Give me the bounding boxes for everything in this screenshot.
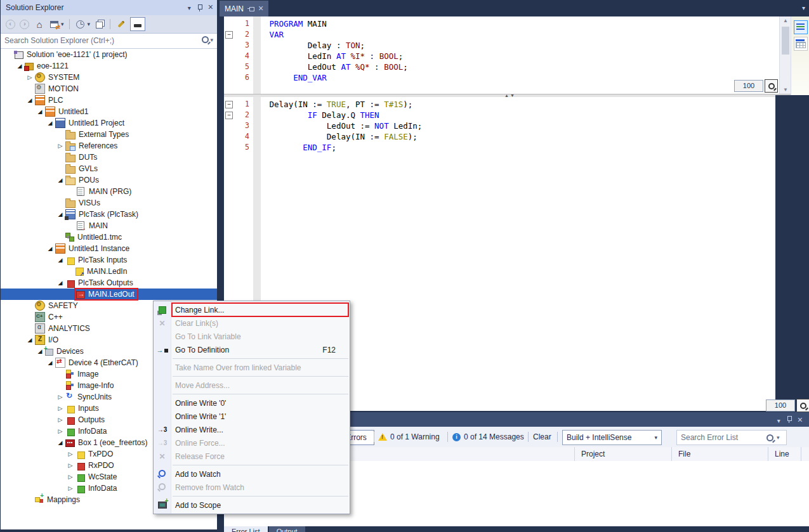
clear-button[interactable]: Clear xyxy=(533,430,551,444)
expander-expanded-icon[interactable] xyxy=(55,280,65,286)
column-header-line[interactable]: Line xyxy=(768,447,801,461)
expander-collapsed-icon[interactable] xyxy=(65,485,76,491)
tree-item-plctask-outputs[interactable]: PlcTask Outputs xyxy=(1,277,217,289)
tree-item-visus[interactable]: VISUs xyxy=(1,197,217,209)
preview-selected-items-toggle[interactable] xyxy=(130,17,145,31)
menu-item-add-to-scope[interactable]: Add to Scope xyxy=(154,498,350,512)
home-button[interactable] xyxy=(34,18,45,30)
expander-collapsed-icon[interactable] xyxy=(65,462,76,469)
search-icon[interactable] xyxy=(202,36,209,43)
expander-expanded-icon[interactable] xyxy=(55,177,65,183)
pin-icon[interactable] xyxy=(787,416,791,423)
table-view-icon[interactable] xyxy=(794,37,808,51)
tree-item-eoe-1121[interactable]: eoe-1121 xyxy=(1,60,217,72)
expander-collapsed-icon[interactable] xyxy=(55,405,65,412)
error-list-search[interactable]: ▾ xyxy=(676,430,787,445)
warnings-filter-button[interactable]: 0 of 1 Warning xyxy=(378,430,440,444)
bottom-tab-output[interactable]: Output xyxy=(269,526,305,532)
pending-filter-caret-icon[interactable]: ▾ xyxy=(88,21,91,27)
tree-item-pous[interactable]: POUs xyxy=(1,174,217,186)
tree-item-main-ledin[interactable]: MAIN.LedIn xyxy=(1,266,217,277)
error-search-input[interactable] xyxy=(680,432,763,443)
column-header-project[interactable]: Project xyxy=(574,447,671,461)
tree-item-untitled1-project[interactable]: Untitled1 Project xyxy=(1,117,217,129)
tree-item-external-types[interactable]: External Types xyxy=(1,129,217,140)
tree-item-duts[interactable]: DUTs xyxy=(1,152,217,163)
expander-collapsed-icon[interactable] xyxy=(55,417,65,423)
menu-item-add-to-watch[interactable]: Add to Watch xyxy=(154,467,350,481)
zoom-level-box[interactable]: 100 xyxy=(766,399,795,412)
forward-button[interactable] xyxy=(19,18,30,30)
fold-collapse-icon[interactable] xyxy=(225,31,233,39)
expander-collapsed-icon[interactable] xyxy=(55,143,65,149)
pin-icon[interactable] xyxy=(197,4,202,11)
expander-expanded-icon[interactable] xyxy=(55,257,65,263)
menu-item-online-write-1[interactable]: Online Write '1' xyxy=(154,410,350,423)
expander-expanded-icon[interactable] xyxy=(35,108,45,115)
scroll-up-icon[interactable]: ▲ xyxy=(780,18,791,23)
search-input[interactable] xyxy=(1,34,204,47)
tree-item-untitled1[interactable]: Untitled1 xyxy=(1,106,217,117)
fold-collapse-icon[interactable] xyxy=(225,112,233,119)
tab-main[interactable]: MAIN xyxy=(220,1,268,16)
tree-item-plc[interactable]: PLC xyxy=(1,94,217,106)
expander-expanded-icon[interactable] xyxy=(25,97,35,103)
sync-with-active-document-button[interactable] xyxy=(93,18,105,30)
expander-collapsed-icon[interactable] xyxy=(65,474,76,480)
expander-expanded-icon[interactable] xyxy=(45,120,55,126)
expander-expanded-icon[interactable] xyxy=(55,211,65,217)
tree-item-main-ledout[interactable]: MAIN.LedOut xyxy=(1,289,217,300)
scroll-down-icon[interactable]: ▼ xyxy=(780,87,791,93)
switch-views-button[interactable] xyxy=(48,18,60,30)
bottom-tab-error-list[interactable]: Error List xyxy=(224,526,268,532)
tree-item-plctask-plctask[interactable]: PlcTask (PlcTask) xyxy=(1,209,217,220)
tab-list-chevron-icon[interactable]: ▾ xyxy=(802,4,805,11)
close-icon[interactable] xyxy=(798,414,803,425)
tree-item-system[interactable]: SYSTEM xyxy=(1,72,217,83)
expander-collapsed-icon[interactable] xyxy=(65,451,76,457)
pending-changes-filter-button[interactable] xyxy=(75,18,86,30)
fold-collapse-icon[interactable] xyxy=(225,101,233,108)
expander-collapsed-icon[interactable] xyxy=(55,428,65,434)
menu-item-go-to-definition[interactable]: Go To DefinitionF12 xyxy=(154,343,350,356)
tree-item-plctask-inputs[interactable]: PlcTask Inputs xyxy=(1,254,217,266)
zoom-lens-button[interactable] xyxy=(765,79,778,93)
vertical-scrollbar[interactable]: ▲ ▼ xyxy=(779,16,791,94)
menu-item-online-write[interactable]: Online Write... xyxy=(154,423,350,436)
menu-item-remove-from-watch: Remove from Watch xyxy=(154,481,350,494)
tree-item-main[interactable]: MAIN xyxy=(1,220,217,231)
expander-expanded-icon[interactable] xyxy=(45,360,55,366)
zoom-level-box[interactable]: 100 xyxy=(734,80,763,92)
menu-item-online-write-0[interactable]: Online Write '0' xyxy=(154,396,350,410)
expander-expanded-icon[interactable] xyxy=(55,439,65,446)
tab-close-icon[interactable] xyxy=(258,4,263,13)
text-view-icon[interactable] xyxy=(794,20,808,34)
tree-item-solution-eoe-1121-1-project[interactable]: Solution 'eoe-1121' (1 project) xyxy=(1,49,217,60)
tab-pin-icon[interactable] xyxy=(247,6,254,11)
menu-item-change-link[interactable]: Change Link... xyxy=(154,303,350,316)
tree-item-motion[interactable]: MOTION xyxy=(1,83,217,94)
chevron-down-icon[interactable] xyxy=(188,0,191,16)
scrollbar-thumb[interactable] xyxy=(782,27,789,55)
properties-wrench-button[interactable] xyxy=(115,18,127,30)
expander-collapsed-icon[interactable] xyxy=(55,394,65,400)
tree-item-gvls[interactable]: GVLs xyxy=(1,163,217,174)
back-button[interactable] xyxy=(4,18,16,30)
close-icon[interactable] xyxy=(208,0,213,15)
chevron-down-icon[interactable] xyxy=(777,414,780,425)
expander-collapsed-icon[interactable] xyxy=(25,74,35,81)
tree-item-untitled1-instance[interactable]: Untitled1 Instance xyxy=(1,243,217,254)
tree-item-main-prg[interactable]: MAIN (PRG) xyxy=(1,186,217,197)
switch-views-caret-icon[interactable]: ▾ xyxy=(61,21,64,27)
tree-item-untitled1-tmc[interactable]: Untitled1.tmc xyxy=(1,231,217,243)
expander-expanded-icon[interactable] xyxy=(15,63,25,69)
tree-item-references[interactable]: References xyxy=(1,140,217,152)
zoom-lens-button[interactable] xyxy=(796,399,809,412)
messages-filter-button[interactable]: 0 of 14 Messages xyxy=(452,430,524,444)
expander-expanded-icon[interactable] xyxy=(45,245,55,252)
column-header-file[interactable]: File xyxy=(671,447,768,461)
build-filter-dropdown[interactable]: Build + IntelliSense ▾ xyxy=(562,430,662,445)
declaration-editor-pane[interactable]: 1 PROGRAM MAIN2 VAR3 Delay : TON;4 LedIn… xyxy=(224,16,791,94)
search-caret-icon[interactable]: ▾ xyxy=(210,37,213,43)
expander-expanded-icon[interactable] xyxy=(25,337,35,343)
